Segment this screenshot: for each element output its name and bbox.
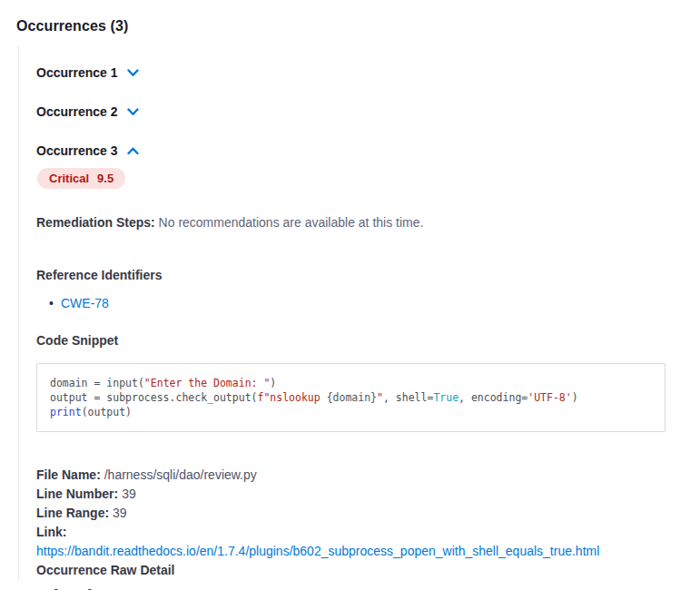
code-line: domain = input("Enter the Domain: ") (50, 376, 652, 390)
chevron-up-icon[interactable] (127, 147, 139, 155)
code-block: domain = input("Enter the Domain: ")outp… (36, 363, 665, 432)
occurrence-1-label: Occurrence 1 (36, 65, 118, 80)
line-range-label: Line Range: (36, 506, 109, 520)
remediation-label: Remediation Steps: (36, 215, 155, 230)
severity-badge: Critical 9.5 (37, 168, 125, 189)
page-title: Occurrences (3) (16, 18, 684, 34)
line-range-row: Line Range: 39 (36, 504, 684, 523)
severity-label: Critical (49, 172, 89, 185)
occurrences-panel: Occurrences (3) Occurrence 1 Occurrence … (0, 0, 700, 590)
occurrence-2-label: Occurrence 2 (36, 104, 118, 119)
chevron-down-icon[interactable] (127, 69, 139, 77)
occurrence-details: File Name: /harness/sqli/dao/review.py L… (36, 466, 684, 590)
code-line: output = subprocess.check_output(f"nsloo… (50, 390, 652, 405)
link-label: Link: (36, 525, 66, 539)
reference-list-item: CWE-78 (61, 296, 684, 310)
occurrence-3-label: Occurrence 3 (36, 143, 118, 158)
reference-list: CWE-78 (36, 296, 684, 310)
json-open-brace[interactable]: { (51, 585, 58, 590)
chevron-down-icon[interactable] (127, 108, 139, 116)
reference-identifiers-heading: Reference Identifiers (36, 268, 684, 282)
json-item-count: 1 item (103, 585, 145, 590)
file-name-value: /harness/sqli/dao/review.py (104, 467, 257, 482)
occurrence-1-toggle[interactable]: Occurrence 1 (36, 65, 139, 80)
file-name-label: File Name: (36, 467, 101, 482)
bandit-doc-link[interactable]: https://bandit.readthedocs.io/en/1.7.4/p… (36, 542, 684, 561)
severity-score: 9.5 (97, 172, 113, 185)
remediation-text: No recommendations are available at this… (159, 215, 424, 230)
code-snippet-section: Code Snippet domain = input("Enter the D… (36, 333, 684, 432)
file-name-row: File Name: /harness/sqli/dao/review.py (36, 466, 684, 485)
occurrence-2-toggle[interactable]: Occurrence 2 (36, 104, 139, 119)
raw-detail-json-viewer: { ... } 1 item (36, 585, 684, 590)
json-collapsed-dots[interactable]: ... (59, 584, 85, 590)
code-snippet-heading: Code Snippet (36, 333, 684, 348)
line-range-value: 39 (113, 506, 127, 520)
link-label-row: Link: (36, 523, 684, 542)
json-close-brace[interactable]: } (87, 585, 94, 590)
line-number-row: Line Number: 39 (36, 485, 684, 504)
remediation-steps: Remediation Steps: No recommendations ar… (36, 213, 684, 231)
cwe-link[interactable]: CWE-78 (61, 296, 109, 310)
line-number-value: 39 (122, 487, 136, 501)
occurrence-3-toggle[interactable]: Occurrence 3 (36, 143, 139, 158)
code-line: print(output) (50, 405, 652, 419)
occurrence-raw-detail-heading: Occurrence Raw Detail (36, 561, 684, 580)
occurrences-rail: Occurrence 1 Occurrence 2 Occurrence 3 C… (18, 45, 684, 581)
reference-identifiers-section: Reference Identifiers CWE-78 (36, 268, 684, 310)
line-number-label: Line Number: (36, 487, 118, 501)
